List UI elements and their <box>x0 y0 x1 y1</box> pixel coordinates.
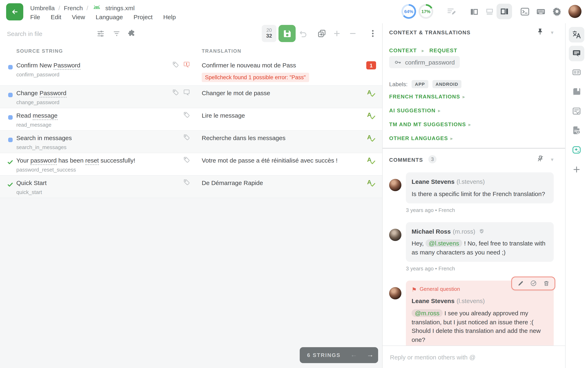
copy-source-button[interactable] <box>317 28 327 38</box>
string-row-quick-start[interactable]: Quick Start quick_start De Démarrage Rap… <box>0 176 382 198</box>
strings-count-label: 6 STRINGS <box>307 352 341 358</box>
delete-comment-button[interactable] <box>543 280 549 287</box>
string-position-counter[interactable]: 20 32 <box>262 25 276 42</box>
counter-total: 32 <box>266 33 272 39</box>
tab-context[interactable]: CONTEXT <box>389 47 417 54</box>
string-key-chip[interactable]: confirm_password <box>389 56 460 68</box>
add-string-button[interactable] <box>333 29 341 37</box>
check-circle-icon <box>530 280 537 287</box>
breadcrumb-project[interactable]: Umbrella <box>30 4 55 11</box>
label-chip-android[interactable]: ANDROID <box>432 80 461 88</box>
unpin-comments-button[interactable] <box>537 155 544 163</box>
next-page-button[interactable]: → <box>364 350 376 359</box>
source-text: Read message <box>16 112 58 119</box>
label-chip-app[interactable]: APP <box>412 80 428 88</box>
string-key-label: password_reset_success <box>16 167 76 173</box>
section-other-languages[interactable]: OTHER LANGUAGES▸ <box>389 135 453 141</box>
tag-icon[interactable] <box>172 89 179 96</box>
resolve-comment-button[interactable] <box>530 280 537 287</box>
save-button[interactable] <box>279 25 296 42</box>
user-avatar[interactable] <box>568 5 581 18</box>
tag-icon[interactable] <box>172 61 179 68</box>
section-tm-mt-suggestions[interactable]: TM AND MT SUGGESTIONS▸ <box>389 121 471 128</box>
rail-add-panel-button[interactable] <box>569 162 584 177</box>
notes-editor-button[interactable] <box>447 7 457 16</box>
menu-edit[interactable]: Edit <box>51 13 61 20</box>
menu-file[interactable]: File <box>30 13 40 20</box>
rail-context-card-button[interactable] <box>569 64 584 80</box>
translated-progress-value: 64% <box>404 9 413 14</box>
rail-translations-button[interactable] <box>569 27 584 43</box>
string-row-password-reset-success[interactable]: Your password has been reset successfull… <box>0 153 382 176</box>
tab-request[interactable]: REQUEST <box>429 47 457 54</box>
string-key-value: confirm_password <box>405 59 455 65</box>
string-row-read-message[interactable]: Read message read_message Lire le messag… <box>0 108 382 131</box>
tag-icon[interactable] <box>183 134 190 141</box>
arrow-left-icon <box>11 8 19 16</box>
sort-filter-button[interactable] <box>112 29 121 38</box>
keyboard-shortcuts-button[interactable] <box>536 7 546 17</box>
undo-button[interactable] <box>299 29 308 38</box>
search-input[interactable] <box>6 23 90 44</box>
chevron-right-icon: ▸ <box>450 136 453 141</box>
string-row-confirm-password[interactable]: Confirm New Password confirm_password Co… <box>0 58 382 86</box>
menu-view[interactable]: View <box>72 13 85 20</box>
tag-icon[interactable] <box>183 178 190 186</box>
layout-left-panel-toggle[interactable] <box>469 7 479 17</box>
collapse-comments-button[interactable]: ▾ <box>551 156 553 163</box>
settings-button[interactable] <box>552 6 562 17</box>
strings-table: Confirm New Password confirm_password Co… <box>0 58 382 198</box>
string-row-change-password[interactable]: Change Password change_password Changer … <box>0 86 382 108</box>
translated-progress-ring[interactable]: 64% <box>401 4 416 19</box>
rail-comments-button[interactable] <box>569 46 584 61</box>
reply-input[interactable] <box>389 346 554 368</box>
strings-toolbar: 20 32 <box>0 23 382 44</box>
collapse-panel-button[interactable]: ▾ <box>551 29 553 36</box>
previous-page-button[interactable]: ← <box>348 350 360 359</box>
edit-comment-button[interactable] <box>517 280 524 287</box>
spellcheck-warning: Spellcheck found 1 possible error: "Pass… <box>202 73 309 82</box>
rail-approvals-button[interactable] <box>569 103 584 119</box>
console-button[interactable] <box>520 7 530 17</box>
tag-icon[interactable] <box>183 111 190 119</box>
undo-icon <box>299 29 308 38</box>
section-ai-suggestion[interactable]: AI SUGGESTION▸ <box>389 107 441 114</box>
string-row-search-in-messages[interactable]: Search in messages search_in_messages Re… <box>0 131 382 153</box>
more-menu-button[interactable] <box>368 29 377 38</box>
back-button[interactable] <box>6 3 23 20</box>
rail-ai-button[interactable] <box>569 142 584 158</box>
comment-bubble-icon[interactable] <box>183 89 190 96</box>
column-translation: TRANSLATION <box>202 48 241 54</box>
tag-icon[interactable] <box>183 156 190 163</box>
comment-actions-toolbar <box>511 276 555 290</box>
menu-help[interactable]: Help <box>163 13 176 20</box>
comment-author: Leane Stevens <box>412 178 454 185</box>
layout-bottom-panel-toggle[interactable] <box>485 7 495 17</box>
string-key-label: confirm_password <box>16 72 59 78</box>
pencil-icon <box>517 280 524 287</box>
comment-text: Is there a specific limit for the French… <box>412 190 548 199</box>
translation-text: Lire le message <box>202 112 245 119</box>
advanced-filter-button[interactable] <box>96 29 105 38</box>
mention-pill[interactable]: @m.ross <box>412 309 443 317</box>
section-label: OTHER LANGUAGES <box>389 135 448 141</box>
edit-lines-icon <box>447 7 457 16</box>
section-french-translations[interactable]: FRENCH TRANSLATIONS▸ <box>389 93 465 100</box>
pin-panel-button[interactable] <box>537 28 544 36</box>
menubar: File Edit View Language Project Help <box>30 13 176 20</box>
breadcrumb-language[interactable]: French <box>64 4 83 11</box>
menu-language[interactable]: Language <box>96 13 123 20</box>
translation-text: Recherche dans les messages <box>202 134 285 141</box>
plugins-button[interactable] <box>127 29 136 38</box>
menu-project[interactable]: Project <box>134 13 153 20</box>
mention-pill[interactable]: @l.stevens <box>425 239 462 247</box>
approved-progress-ring[interactable]: 17% <box>418 4 433 19</box>
rail-file-info-button[interactable] <box>569 122 584 138</box>
layout-right-panel-toggle[interactable] <box>497 4 512 19</box>
remove-string-button[interactable] <box>349 29 357 37</box>
translation-text: Changer le mot de passe <box>202 90 270 96</box>
breadcrumb-file[interactable]: strings.xml <box>105 4 135 11</box>
issue-comment-icon[interactable] <box>183 61 190 68</box>
rail-glossary-button[interactable] <box>569 84 584 100</box>
book-bookmark-icon <box>572 87 581 97</box>
